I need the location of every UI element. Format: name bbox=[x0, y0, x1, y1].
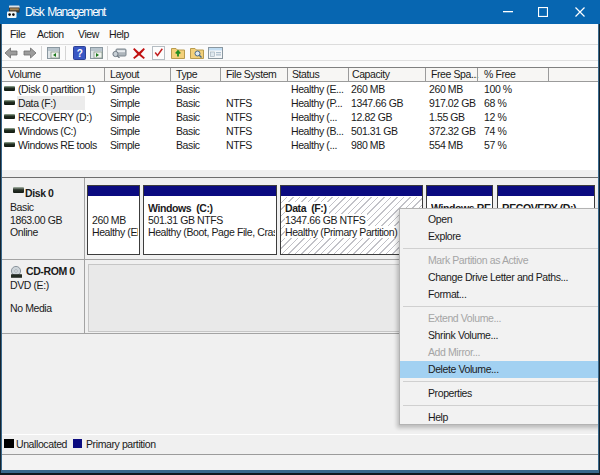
svg-text:?: ? bbox=[77, 48, 83, 59]
